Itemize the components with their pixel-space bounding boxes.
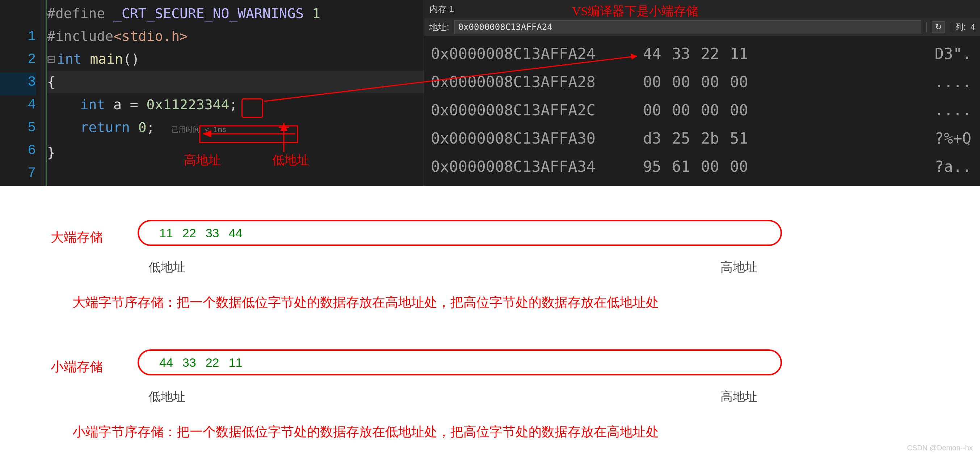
byte-value: 22 xyxy=(206,355,220,369)
ide-top-area: 1 2 3 4 5 6 7 #define _CRT_SECURE_NO_WAR… xyxy=(0,0,980,186)
memory-row: 0x0000008C13AFFA34 95 61 00 00 ?a.. xyxy=(431,153,974,181)
memory-row: 0x0000008C13AFFA30 d3 25 2b 51 ?%+Q xyxy=(431,124,974,153)
code-line: #include<stdio.h> xyxy=(47,25,423,48)
low-addr-label: 低地址 xyxy=(148,388,185,405)
memory-tab[interactable]: 内存 1 xyxy=(430,3,454,15)
code-line: #define _CRT_SECURE_NO_WARNINGS 1 xyxy=(47,2,423,25)
code-line: } xyxy=(47,141,423,164)
refresh-icon[interactable]: ↻ xyxy=(932,21,945,33)
line-number: 6 xyxy=(0,139,36,162)
columns-value[interactable]: 4 xyxy=(970,22,975,32)
little-endian-bytes-box: 44 33 22 11 xyxy=(138,349,782,376)
watermark: CSDN @Demon--hx xyxy=(907,444,973,452)
low-addr-label: 低地址 xyxy=(148,259,185,276)
byte-value: 11 xyxy=(159,226,173,240)
memory-row: 0x0000008C13AFFA24 44 33 22 11 D3". xyxy=(431,40,974,68)
line-number: 1 xyxy=(0,25,36,48)
little-endian-title: 小端存储 xyxy=(51,358,103,376)
byte-value: 22 xyxy=(183,226,196,240)
memory-address-bar: 地址: ↻ 列: 4 xyxy=(424,18,980,36)
big-endian-title: 大端存储 xyxy=(51,228,103,246)
address-input[interactable] xyxy=(454,20,921,34)
code-line: int a = 0x11223344; xyxy=(47,93,423,116)
memory-panel: 内存 1 地址: ↻ 列: 4 0x0000008C13AFFA24 44 33… xyxy=(423,0,980,186)
high-addr-label: 高地址 xyxy=(721,388,757,405)
line-number: 2 xyxy=(0,48,36,71)
address-label: 地址: xyxy=(430,21,449,33)
byte-value: 44 xyxy=(228,226,242,240)
memory-row: 0x0000008C13AFFA2C 00 00 00 00 .... xyxy=(431,96,974,124)
memory-dump[interactable]: 0x0000008C13AFFA24 44 33 22 11 D3". 0x00… xyxy=(424,36,980,186)
byte-value: 11 xyxy=(228,355,242,369)
little-endian-description: 小端字节序存储：把一个数据低位字节处的数据存放在低地址处，把高位字节处的数据存放… xyxy=(72,422,659,443)
line-number: 3 xyxy=(0,71,36,93)
code-text-area[interactable]: #define _CRT_SECURE_NO_WARNINGS 1 #inclu… xyxy=(43,0,423,186)
byte-value: 44 xyxy=(159,355,173,369)
line-number: 7 xyxy=(0,162,36,184)
code-editor[interactable]: 1 2 3 4 5 6 7 #define _CRT_SECURE_NO_WAR… xyxy=(0,0,423,186)
code-line: ⊟int main() xyxy=(47,48,423,71)
line-number-gutter: 1 2 3 4 5 6 7 xyxy=(0,0,43,186)
big-endian-description: 大端字节序存储：把一个数据低位字节处的数据存放在高地址处，把高位字节处的数据存放… xyxy=(72,292,659,313)
big-endian-bytes-box: 11 22 33 44 xyxy=(138,220,782,246)
code-line: { xyxy=(47,71,423,93)
memory-tab-bar: 内存 1 xyxy=(424,0,980,18)
memory-row: 0x0000008C13AFFA28 00 00 00 00 .... xyxy=(431,68,974,96)
high-addr-label: 高地址 xyxy=(721,259,757,276)
line-number: 4 xyxy=(0,93,36,116)
line-number: 5 xyxy=(0,116,36,139)
code-line: return 0; 已用时间 < 1ms xyxy=(47,116,423,141)
byte-value: 33 xyxy=(206,226,220,240)
columns-label: 列: xyxy=(955,22,966,33)
byte-value: 33 xyxy=(183,355,196,369)
